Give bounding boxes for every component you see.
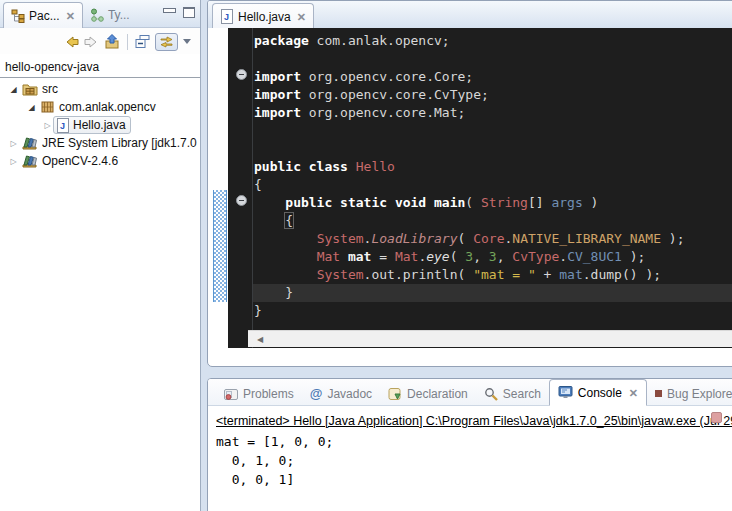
tree-item-package[interactable]: ◢ com.anlak.opencv xyxy=(0,98,200,116)
code-token: 3 xyxy=(489,249,497,264)
code-token: ) xyxy=(583,195,599,210)
tree-item-label: com.anlak.opencv xyxy=(59,100,156,114)
code-line[interactable] xyxy=(254,122,732,140)
code-token: ( xyxy=(450,249,466,264)
forward-button[interactable] xyxy=(84,35,99,49)
code-token: com.anlak.opencv; xyxy=(309,33,450,48)
tab-hello-java[interactable]: J Hello.java ✕ xyxy=(212,3,314,29)
java-file-icon: J xyxy=(56,118,70,133)
chevron-down-icon xyxy=(183,39,191,44)
code-token: { xyxy=(254,177,262,192)
editor-area: J Hello.java ✕ package com.anlak.opencv;… xyxy=(207,0,732,367)
code-editor-content[interactable]: package com.anlak.opencv;import org.open… xyxy=(254,32,732,320)
code-line[interactable]: Mat mat = Mat.eye( 3, 3, CvType.CV_8UC1 … xyxy=(254,248,732,266)
tab-type-hierarchy[interactable]: Ty... xyxy=(83,3,137,27)
code-line[interactable]: System.out.println( "mat = " + mat.dump(… xyxy=(254,266,732,284)
collapse-all-button[interactable] xyxy=(135,34,150,49)
code-line[interactable]: import org.opencv.core.Mat; xyxy=(254,104,732,122)
code-line[interactable]: import org.opencv.core.Core; xyxy=(254,68,732,86)
minimize-view-icon[interactable] xyxy=(163,8,176,13)
code-token: } xyxy=(254,303,262,318)
code-line[interactable] xyxy=(254,140,732,158)
console-line: 0, 1, 0; xyxy=(216,451,732,470)
code-line[interactable] xyxy=(254,50,732,68)
view-menu-button[interactable] xyxy=(183,39,194,44)
tree-item-label: Hello.java xyxy=(73,118,126,132)
code-token: "mat = " xyxy=(473,267,536,282)
tab-label: Bug Explorer xyxy=(667,387,732,401)
collapsed-arrow-icon[interactable]: ▷ xyxy=(8,157,19,166)
terminate-button[interactable] xyxy=(711,412,722,423)
code-line[interactable]: } xyxy=(254,302,732,320)
code-token xyxy=(254,249,317,264)
tree-item-hello-java[interactable]: ▷ J Hello.java xyxy=(0,116,200,134)
code-token: System xyxy=(317,231,364,246)
code-token: Hello xyxy=(356,159,395,174)
code-line[interactable]: public static void main( String[] args ) xyxy=(254,194,732,212)
scroll-left-icon[interactable]: ◀ xyxy=(257,335,263,344)
package-explorer-toolbar xyxy=(0,28,200,54)
code-token: import xyxy=(254,105,301,120)
code-line[interactable]: package com.anlak.opencv; xyxy=(254,32,732,50)
tree-item-project[interactable]: hello-opencv-java xyxy=(0,58,200,76)
close-icon[interactable]: ✕ xyxy=(66,11,75,21)
back-arrow-icon xyxy=(64,35,79,49)
expanded-arrow-icon[interactable]: ◢ xyxy=(26,103,37,112)
back-button[interactable] xyxy=(64,35,79,49)
fold-marker-main[interactable] xyxy=(236,195,247,206)
tab-problems[interactable]: Problems xyxy=(216,382,302,405)
collapsed-arrow-icon[interactable]: ▷ xyxy=(42,121,53,130)
tab-javadoc[interactable]: @ Javadoc xyxy=(302,382,380,405)
code-token xyxy=(340,249,348,264)
code-token: String xyxy=(481,195,528,210)
horizontal-scrollbar[interactable]: ◀ xyxy=(248,330,732,347)
code-line[interactable]: import org.opencv.core.CvType; xyxy=(254,86,732,104)
tree-item-jre-library[interactable]: ▷ JRE System Library [jdk1.7.0 xyxy=(0,134,200,152)
code-line[interactable]: System.LoadLibrary( Core.NATIVE_LIBRARY_… xyxy=(254,230,732,248)
console-output[interactable]: mat = [1, 0, 0; 0, 1, 0; 0, 0, 1] xyxy=(216,432,732,489)
tree-item-opencv-library[interactable]: ▷ OpenCV-2.4.6 xyxy=(0,152,200,170)
range-indicator xyxy=(213,190,227,302)
tab-declaration[interactable]: Declaration xyxy=(380,382,476,405)
toolbar-separator xyxy=(127,34,128,50)
code-token: System xyxy=(317,267,364,282)
code-line[interactable]: } xyxy=(253,284,732,302)
maximize-view-icon[interactable] xyxy=(183,7,195,18)
package-explorer-icon xyxy=(11,9,25,23)
console-process-info: <terminated> Hello [Java Application] C:… xyxy=(208,406,732,429)
collapsed-arrow-icon[interactable]: ▷ xyxy=(8,139,19,148)
code-token: [] xyxy=(528,195,551,210)
code-token: . xyxy=(559,249,567,264)
source-folder-icon xyxy=(22,82,38,96)
code-token: eye xyxy=(426,249,449,264)
code-token: + xyxy=(536,267,559,282)
tab-label: Ty... xyxy=(108,8,130,22)
eclipse-window: Pac... ✕ Ty... xyxy=(0,0,732,511)
code-editor[interactable]: package com.anlak.opencv;import org.open… xyxy=(208,28,732,348)
tab-search[interactable]: Search xyxy=(476,382,549,405)
code-token: public class xyxy=(254,159,356,174)
close-icon[interactable]: ✕ xyxy=(629,388,638,398)
collapse-all-icon xyxy=(135,34,150,49)
code-token: CV_8UC1 xyxy=(567,249,622,264)
console-view: Problems @ Javadoc Declaration Search xyxy=(207,378,732,511)
code-token: org.opencv.core.Core; xyxy=(301,69,473,84)
code-line[interactable]: { xyxy=(254,176,732,194)
code-line[interactable]: { xyxy=(254,212,732,230)
fold-marker-imports[interactable] xyxy=(236,69,247,80)
tree-item-label: JRE System Library [jdk1.7.0 xyxy=(42,136,197,150)
code-token: ); xyxy=(661,231,684,246)
tab-package-explorer[interactable]: Pac... ✕ xyxy=(3,2,83,28)
tab-bug-explorer[interactable]: Bug Explorer xyxy=(647,382,732,405)
close-icon[interactable]: ✕ xyxy=(297,12,306,22)
problems-icon xyxy=(224,387,238,401)
code-token: = xyxy=(371,249,394,264)
go-up-button[interactable] xyxy=(104,34,120,49)
code-token xyxy=(254,267,317,282)
library-icon xyxy=(22,154,38,168)
tree-item-src[interactable]: ◢ src xyxy=(0,80,200,98)
tab-console[interactable]: Console ✕ xyxy=(549,379,647,406)
expanded-arrow-icon[interactable]: ◢ xyxy=(8,85,19,94)
link-with-editor-button[interactable] xyxy=(155,33,178,51)
code-line[interactable]: public class Hello xyxy=(254,158,732,176)
